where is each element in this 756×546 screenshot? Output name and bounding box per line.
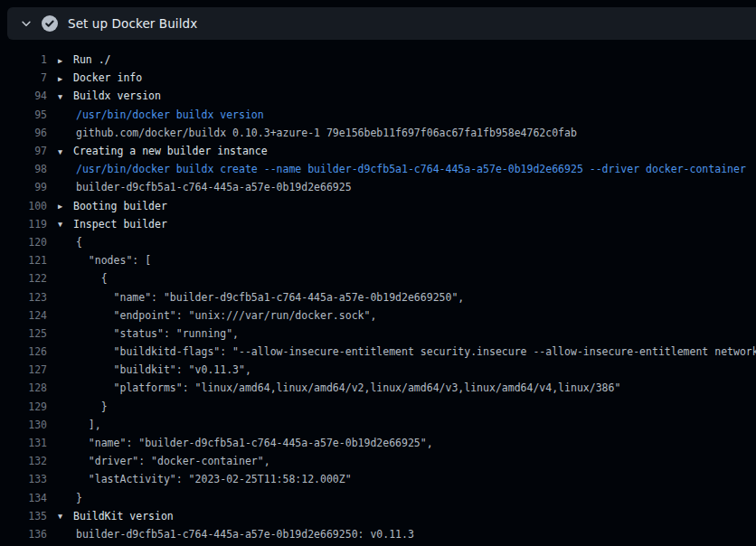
line-number[interactable]: 119	[0, 218, 47, 231]
log-output-text: "status": "running",	[58, 327, 239, 340]
line-number[interactable]: 100	[0, 200, 47, 212]
log-line: 128 "platforms": "linux/amd64,linux/amd6…	[0, 379, 756, 397]
line-number[interactable]: 128	[0, 381, 47, 394]
line-number[interactable]: 120	[0, 236, 47, 249]
log-output-text: {	[58, 272, 108, 285]
log-lines: 1▶Run ./7▶Docker info94▼Buildx version95…	[0, 40, 756, 546]
log-line: 119▼Inspect builder	[0, 215, 756, 233]
line-number[interactable]: 99	[0, 181, 47, 193]
log-command-text: /usr/bin/docker buildx version	[58, 108, 264, 121]
chevron-down-icon[interactable]: ▼	[58, 92, 73, 101]
log-output-text: "buildkit": "v0.11.3",	[58, 363, 251, 376]
chevron-down-icon[interactable]: ▼	[58, 220, 73, 229]
line-number[interactable]: 94	[0, 89, 47, 102]
log-line: 94▼Buildx version	[0, 87, 756, 105]
step-title: Set up Docker Buildx	[68, 16, 197, 31]
log-group-title: Run ./	[73, 53, 111, 66]
log-group-title: Booting builder	[73, 200, 167, 212]
log-group-toggle[interactable]: ▶Docker info	[58, 71, 142, 84]
log-line: 127 "buildkit": "v0.11.3",	[0, 361, 756, 379]
line-number[interactable]: 134	[0, 492, 47, 504]
line-number[interactable]: 125	[0, 327, 47, 340]
log-line: 96github.com/docker/buildx 0.10.3+azure-…	[0, 124, 756, 142]
log-line: 131 "name": "builder-d9cfb5a1-c764-445a-…	[0, 434, 756, 452]
line-number[interactable]: 127	[0, 363, 47, 376]
log-line: 136builder-d9cfb5a1-c764-445a-a57e-0b19d…	[0, 525, 756, 543]
log-output-text: "endpoint": "unix:///var/run/docker.sock…	[58, 309, 376, 322]
log-group-toggle[interactable]: ▼Creating a new builder instance	[58, 145, 268, 157]
line-number[interactable]: 121	[0, 254, 47, 267]
line-number[interactable]: 126	[0, 345, 47, 358]
log-line: 95/usr/bin/docker buildx version	[0, 106, 756, 124]
log-line: 123 "name": "builder-d9cfb5a1-c764-445a-…	[0, 287, 756, 306]
log-line: 126 "buildkitd-flags": "--allow-insecure…	[0, 343, 756, 361]
log-group-toggle[interactable]: ▶Booting builder	[58, 200, 167, 212]
line-number[interactable]: 133	[0, 473, 47, 485]
log-line: 135▼BuildKit version	[0, 507, 756, 525]
log-line: 122 {	[0, 269, 756, 287]
line-number[interactable]: 1	[0, 53, 47, 66]
log-output-text: "nodes": [	[58, 254, 151, 267]
line-number[interactable]: 130	[0, 419, 47, 431]
log-output-text: builder-d9cfb5a1-c764-445a-a57e-0b19d2e6…	[58, 181, 352, 193]
log-group-toggle[interactable]: ▼Buildx version	[58, 89, 161, 102]
log-line: 133 "lastActivity": "2023-02-25T11:58:12…	[0, 470, 756, 488]
line-number[interactable]: 135	[0, 510, 47, 522]
line-number[interactable]: 129	[0, 400, 47, 413]
log-group-toggle[interactable]: ▶Run ./	[58, 53, 111, 66]
log-line: 1▶Run ./	[0, 51, 756, 69]
line-number[interactable]: 131	[0, 437, 47, 449]
chevron-down-icon[interactable]	[20, 17, 33, 30]
line-number[interactable]: 97	[0, 145, 47, 157]
chevron-right-icon[interactable]: ▶	[58, 74, 73, 83]
log-output-text: "buildkitd-flags": "--allow-insecure-ent…	[58, 345, 756, 358]
chevron-right-icon[interactable]: ▶	[58, 56, 73, 65]
log-line: 98/usr/bin/docker buildx create --name b…	[0, 160, 756, 178]
log-output-text: ],	[58, 419, 101, 431]
line-number[interactable]: 7	[0, 71, 47, 84]
line-number[interactable]: 122	[0, 272, 47, 285]
line-number[interactable]: 136	[0, 528, 47, 541]
log-line: 124 "endpoint": "unix:///var/run/docker.…	[0, 306, 756, 325]
log-output-text: "platforms": "linux/amd64,linux/amd64/v2…	[58, 381, 620, 394]
log-output-text: "name": "builder-d9cfb5a1-c764-445a-a57e…	[58, 437, 433, 449]
chevron-down-icon[interactable]: ▼	[58, 147, 73, 156]
chevron-down-icon[interactable]: ▼	[58, 512, 73, 521]
log-output-text: }	[58, 400, 108, 413]
check-circle-icon	[42, 15, 58, 32]
log-line: 129 }	[0, 398, 756, 416]
log-line: 100▶Booting builder	[0, 197, 756, 215]
chevron-right-icon[interactable]: ▶	[58, 202, 73, 211]
log-line: 134}	[0, 489, 756, 507]
step-header[interactable]: Set up Docker Buildx	[7, 7, 756, 40]
log-line: 7▶Docker info	[0, 69, 756, 87]
log-output-text: {	[58, 236, 82, 249]
log-group-title: Buildx version	[73, 89, 161, 102]
log-line: 125 "status": "running",	[0, 325, 756, 343]
line-number[interactable]: 98	[0, 163, 47, 175]
log-output-text: "name": "builder-d9cfb5a1-c764-445a-a57e…	[58, 291, 464, 304]
log-line: 132 "driver": "docker-container",	[0, 452, 756, 470]
log-line: 97▼Creating a new builder instance	[0, 142, 756, 160]
log-command-text: /usr/bin/docker buildx create --name bui…	[58, 163, 746, 175]
log-output-text: "lastActivity": "2023-02-25T11:58:12.000…	[58, 473, 352, 485]
log-output-text: }	[58, 492, 82, 504]
line-number[interactable]: 95	[0, 108, 47, 121]
log-line: 130 ],	[0, 416, 756, 434]
log-group-title: BuildKit version	[73, 510, 174, 522]
log-group-title: Creating a new builder instance	[73, 145, 268, 157]
log-group-toggle[interactable]: ▼Inspect builder	[58, 218, 167, 231]
line-number[interactable]: 96	[0, 127, 47, 139]
log-output-text: builder-d9cfb5a1-c764-445a-a57e-0b19d2e6…	[58, 528, 414, 541]
log-output-text: github.com/docker/buildx 0.10.3+azure-1 …	[58, 127, 577, 139]
log-output-text: "driver": "docker-container",	[58, 455, 270, 467]
log-line: 120{	[0, 233, 756, 251]
log-group-toggle[interactable]: ▼BuildKit version	[58, 510, 174, 522]
line-number[interactable]: 132	[0, 455, 47, 467]
line-number[interactable]: 123	[0, 291, 47, 304]
log-group-title: Docker info	[73, 71, 142, 84]
log-group-title: Inspect builder	[73, 218, 167, 231]
log-line: 99builder-d9cfb5a1-c764-445a-a57e-0b19d2…	[0, 178, 756, 196]
line-number[interactable]: 124	[0, 309, 47, 322]
log-line: 121 "nodes": [	[0, 251, 756, 269]
